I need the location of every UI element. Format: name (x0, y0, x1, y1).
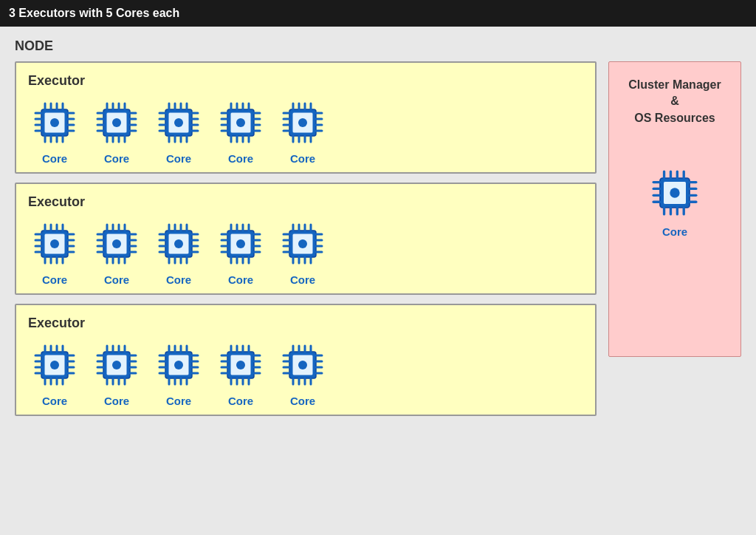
svg-point-173 (298, 239, 307, 248)
core-label: Core (290, 152, 315, 165)
svg-point-154 (236, 239, 245, 248)
core-item: Core (90, 338, 143, 407)
core-item: Core (28, 217, 81, 286)
cpu-icon (214, 217, 267, 270)
cluster-manager-box: Cluster Manager & OS Resources (608, 61, 741, 357)
svg-point-78 (298, 118, 307, 127)
node-label: NODE (15, 38, 741, 54)
title-text: 3 Executors with 5 Cores each (9, 7, 179, 20)
cores-row-2: Core (28, 217, 583, 286)
core-item: Core (28, 338, 81, 407)
cpu-icon (28, 217, 81, 270)
svg-point-21 (112, 118, 121, 127)
core-label: Core (166, 395, 191, 407)
svg-point-97 (50, 239, 59, 248)
cpu-icon (28, 96, 81, 149)
cpu-icon (645, 163, 704, 222)
core-label: Core (42, 152, 67, 165)
core-item: Core (214, 338, 267, 407)
layout-area: Executor (15, 61, 741, 416)
core-label: Core (228, 273, 253, 286)
svg-point-40 (174, 118, 183, 127)
executors-column: Executor (15, 61, 597, 416)
svg-point-2 (50, 118, 59, 127)
core-label: Core (290, 395, 315, 407)
cluster-manager-core: Core (645, 163, 704, 238)
title-bar: 3 Executors with 5 Cores each (0, 0, 756, 27)
core-label: Core (104, 152, 129, 165)
core-label: Core (228, 152, 253, 165)
cpu-icon (152, 217, 205, 270)
core-item: Core (214, 96, 267, 165)
cpu-icon (214, 338, 267, 392)
core-item: Core (28, 96, 81, 165)
core-item: Core (276, 338, 329, 407)
core-item: Core (152, 217, 205, 286)
core-label: Core (42, 273, 67, 286)
main-content: NODE Executor (0, 27, 756, 535)
cluster-manager-label: Cluster Manager & OS Resources (628, 77, 721, 126)
executor-label-2: Executor (28, 194, 583, 210)
executor-box-2: Executor (15, 183, 597, 295)
cores-row-1: Core (28, 96, 583, 165)
cpu-icon (90, 217, 143, 270)
cpu-icon (276, 338, 329, 392)
core-label: Core (166, 273, 191, 286)
core-item: Core (90, 217, 143, 286)
cpu-icon (276, 96, 329, 149)
cpu-icon (276, 217, 329, 270)
cpu-icon (152, 96, 205, 149)
cpu-icon (90, 338, 143, 392)
executor-box-3: Executor (15, 304, 597, 416)
svg-point-268 (298, 361, 307, 369)
core-label: Core (104, 395, 129, 407)
svg-point-287 (670, 188, 679, 198)
core-item: Core (90, 96, 143, 165)
svg-point-230 (174, 361, 183, 369)
core-item: Core (214, 217, 267, 286)
cores-row-3: Core (28, 338, 583, 407)
cpu-icon (28, 338, 81, 392)
cpu-icon (152, 338, 205, 392)
svg-point-135 (174, 239, 183, 248)
executor-box-1: Executor (15, 61, 597, 174)
core-label: Core (290, 273, 315, 286)
core-label: Core (104, 273, 129, 286)
core-item: Core (276, 96, 329, 165)
cluster-core-label: Core (662, 225, 687, 238)
core-label: Core (166, 152, 191, 165)
svg-point-116 (112, 239, 121, 248)
core-item: Core (276, 217, 329, 286)
svg-point-59 (236, 118, 245, 127)
svg-point-249 (236, 361, 245, 369)
core-label: Core (228, 395, 253, 407)
core-label: Core (42, 395, 67, 407)
cpu-icon (214, 96, 267, 149)
core-item: Core (152, 96, 205, 165)
executor-label-3: Executor (28, 316, 583, 331)
executor-label-1: Executor (28, 73, 583, 89)
svg-point-211 (112, 361, 121, 369)
cpu-icon (90, 96, 143, 149)
core-item: Core (152, 338, 205, 407)
svg-point-192 (50, 361, 59, 369)
